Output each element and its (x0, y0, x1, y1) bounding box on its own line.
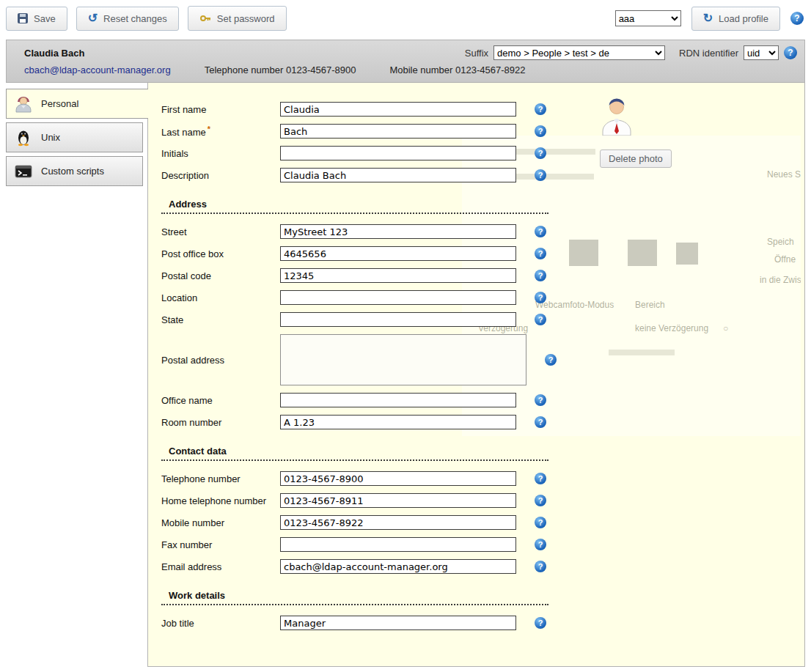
last-name-input[interactable] (280, 124, 516, 139)
form-row-first-name: First name? (161, 102, 804, 117)
personal-form: First name?Last name*?Initials?Descripti… (161, 102, 804, 630)
tab-unix-label: Unix (41, 132, 60, 143)
room-number-input[interactable] (280, 415, 516, 429)
form-row-office-name: Office name? (161, 393, 804, 407)
form-row-home-telephone-number: Home telephone number? (161, 493, 804, 508)
postal-code-input[interactable] (280, 268, 516, 283)
job-title-label: Job title (161, 618, 280, 629)
help-icon[interactable]: ? (535, 314, 546, 325)
initials-input[interactable] (280, 146, 516, 160)
help-icon[interactable]: ? (535, 617, 546, 629)
initials-label: Initials (161, 148, 280, 159)
help-icon[interactable]: ? (790, 12, 804, 25)
page-body: Personal Unix (6, 83, 805, 667)
help-icon[interactable]: ? (535, 394, 546, 406)
account-header-row2: cbach@ldap-account-manager.org Telephone… (7, 62, 804, 82)
post-office-box-label: Post office box (161, 248, 280, 259)
form-row-postal-address: Postal address? (161, 334, 804, 385)
email-address-input[interactable] (280, 559, 516, 574)
help-icon[interactable]: ? (535, 248, 546, 259)
help-icon[interactable]: ? (535, 169, 546, 181)
form-row-location: Location? (161, 290, 804, 305)
form-row-room-number: Room number? (161, 415, 804, 429)
home-telephone-number-label: Home telephone number (161, 495, 280, 506)
form-row-initials: Initials? (161, 146, 804, 160)
street-input[interactable] (280, 224, 516, 239)
rdn-label: RDN identifier (679, 48, 738, 59)
reload-icon: ↻ (703, 14, 713, 23)
page-title: Claudia Bach (24, 48, 84, 59)
save-button-label: Save (34, 13, 56, 24)
profile-select[interactable]: aaa (615, 10, 681, 26)
rdn-select[interactable]: uid (744, 45, 779, 60)
postal-address-label: Postal address (161, 355, 280, 366)
help-icon[interactable]: ? (535, 292, 546, 303)
telephone-number-label: Telephone number (161, 473, 280, 484)
help-icon[interactable]: ? (535, 125, 546, 137)
fax-number-input[interactable] (280, 537, 516, 552)
state-input[interactable] (280, 312, 516, 327)
first-name-label: First name (161, 104, 280, 115)
section-heading-work-details: Work details (161, 590, 548, 605)
section-heading-contact-data: Contact data (161, 446, 548, 461)
email-link[interactable]: cbach@ldap-account-manager.org (24, 64, 171, 75)
help-icon[interactable]: ? (535, 226, 546, 237)
description-label: Description (161, 170, 280, 181)
module-sidebar: Personal Unix (6, 83, 147, 667)
office-name-input[interactable] (280, 393, 516, 407)
help-icon[interactable]: ? (535, 147, 546, 159)
reset-changes-button[interactable]: ↺ Reset changes (76, 7, 179, 31)
person-icon (13, 94, 34, 114)
mobile-number-input[interactable] (280, 515, 516, 530)
description-input[interactable] (280, 168, 516, 182)
help-icon[interactable]: ? (535, 416, 546, 428)
tab-custom-scripts-label: Custom scripts (41, 166, 104, 177)
form-row-street: Street? (161, 224, 804, 239)
account-header-row1: Claudia Bach Suffix demo > People > test… (7, 40, 804, 62)
fax-number-label: Fax number (161, 539, 280, 550)
delete-photo-button[interactable]: Delete photo (600, 149, 672, 168)
form-row-telephone-number: Telephone number? (161, 471, 804, 486)
key-icon (199, 12, 211, 24)
home-telephone-number-input[interactable] (280, 493, 516, 508)
help-icon[interactable]: ? (535, 539, 546, 550)
post-office-box-input[interactable] (280, 246, 516, 261)
email-address-label: Email address (161, 561, 280, 572)
form-row-email-address: Email address? (161, 559, 804, 574)
delete-photo-label: Delete photo (609, 153, 663, 164)
postal-address-input[interactable] (280, 334, 526, 385)
terminal-icon (13, 161, 34, 182)
tab-custom-scripts[interactable]: Custom scripts (6, 156, 143, 186)
telephone-number-input[interactable] (280, 471, 516, 486)
load-profile-label: Load profile (719, 13, 768, 24)
location-input[interactable] (280, 290, 516, 305)
help-icon[interactable]: ? (545, 354, 557, 366)
suffix-rdn-group: Suffix demo > People > test > de RDN ide… (465, 45, 797, 60)
help-icon[interactable]: ? (535, 270, 546, 281)
help-icon[interactable]: ? (535, 103, 546, 115)
section-heading-address: Address (161, 199, 548, 214)
required-marker: * (208, 125, 210, 133)
form-row-state: State? (161, 312, 804, 327)
first-name-input[interactable] (280, 102, 516, 117)
last-name-label: Last name* (161, 125, 280, 138)
tab-unix[interactable]: Unix (6, 122, 143, 152)
job-title-input[interactable] (280, 616, 516, 630)
form-row-post-office-box: Post office box? (161, 246, 804, 261)
street-label: Street (161, 226, 280, 237)
load-profile-button[interactable]: ↻ Load profile (691, 7, 780, 31)
office-name-label: Office name (161, 395, 280, 406)
tab-personal[interactable]: Personal (6, 89, 148, 119)
personal-tab-content: Neues S Speich Öffne in die Zwisc Webcam… (147, 83, 805, 667)
save-button[interactable]: Save (6, 7, 67, 31)
help-icon[interactable]: ? (535, 561, 546, 572)
form-row-job-title: Job title? (161, 616, 804, 630)
set-password-button[interactable]: Set password (188, 6, 287, 31)
toolbar-right-group: aaa ↻ Load profile ? (615, 7, 804, 31)
help-icon[interactable]: ? (535, 473, 546, 484)
help-icon[interactable]: ? (535, 517, 546, 528)
tux-icon (13, 128, 34, 148)
suffix-select[interactable]: demo > People > test > de (493, 45, 665, 60)
help-icon[interactable]: ? (784, 46, 797, 59)
help-icon[interactable]: ? (535, 495, 546, 506)
